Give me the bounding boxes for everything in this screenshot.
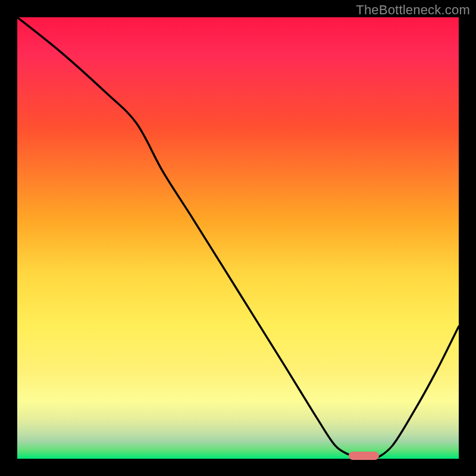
watermark-text: TheBottleneck.com — [356, 2, 470, 18]
optimal-marker — [349, 452, 380, 460]
chart-frame: TheBottleneck.com — [0, 0, 476, 476]
bottleneck-curve — [17, 17, 459, 459]
curve-svg — [17, 17, 459, 459]
plot-area — [17, 17, 459, 459]
